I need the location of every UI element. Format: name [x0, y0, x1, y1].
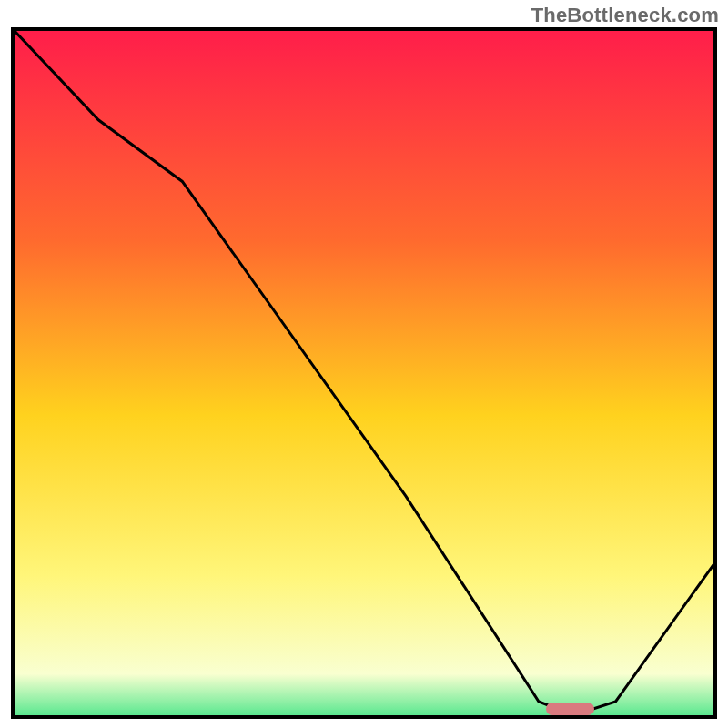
- curve-path: [15, 31, 713, 715]
- bottleneck-curve: [15, 31, 713, 715]
- watermark-text: TheBottleneck.com: [531, 4, 719, 27]
- optimal-range-marker: [546, 703, 595, 715]
- plot-frame: [11, 27, 717, 719]
